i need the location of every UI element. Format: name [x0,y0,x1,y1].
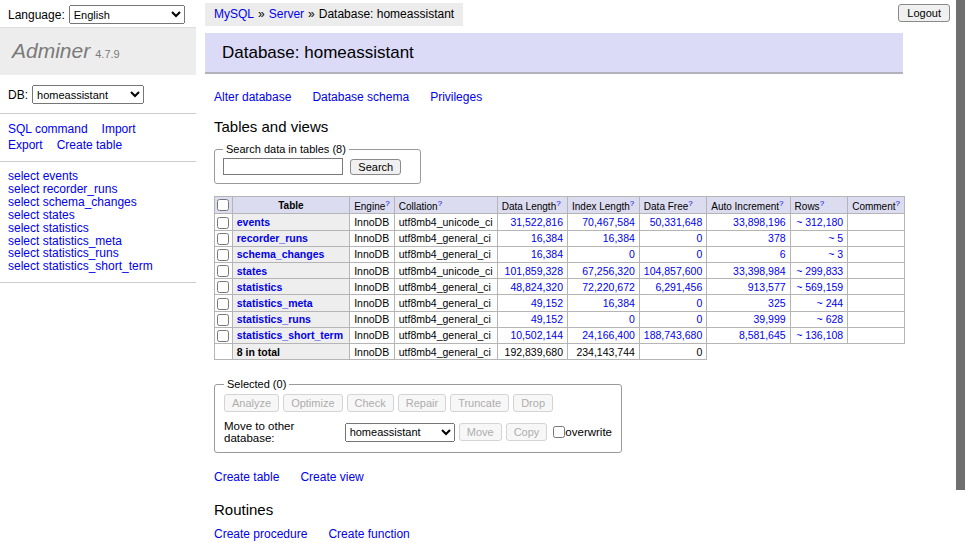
data-free-link[interactable]: 188,743,680 [644,329,702,341]
auto-increment-link[interactable]: 8,581,645 [739,329,786,341]
export-link[interactable]: Export [8,137,43,153]
index-length-link[interactable]: 72,220,672 [582,281,635,293]
rows-estimate-link[interactable]: ~ 244 [817,297,844,309]
column-help-link[interactable]: ? [779,199,783,208]
data-free-link[interactable]: 6,291,456 [656,281,703,293]
table-name-link[interactable]: statistics_runs [237,313,311,325]
privileges-link[interactable]: Privileges [430,90,482,104]
data-free-link[interactable]: 0 [696,313,702,325]
index-length-link[interactable]: 24,166,400 [582,329,635,341]
row-checkbox[interactable] [217,217,229,229]
sidebar-select-link[interactable]: select events [8,170,188,183]
move-button[interactable]: Move [459,423,502,441]
table-name-link[interactable]: recorder_runs [237,232,308,244]
sidebar-select-link[interactable]: select statistics [8,222,188,235]
create-table-link[interactable]: Create table [214,470,279,484]
drop-button[interactable]: Drop [513,394,553,412]
row-checkbox[interactable] [217,314,229,326]
row-checkbox[interactable] [217,281,229,293]
sidebar-select-link[interactable]: select statistics_short_term [8,260,188,273]
index-length-link[interactable]: 70,467,584 [582,216,635,228]
logout-button[interactable]: Logout [898,4,950,22]
data-length-link[interactable]: 101,859,328 [505,265,563,277]
breadcrumb-mysql-link[interactable]: MySQL [214,7,254,21]
auto-increment-link[interactable]: 6 [780,248,786,260]
row-checkbox[interactable] [217,330,229,342]
overwrite-checkbox[interactable] [553,426,565,438]
auto-increment-link[interactable]: 39,999 [753,313,785,325]
data-length-link[interactable]: 16,384 [531,232,563,244]
optimize-button[interactable]: Optimize [283,394,342,412]
column-help-link[interactable]: ? [438,199,442,208]
index-length-link[interactable]: 16,384 [603,232,635,244]
copy-button[interactable]: Copy [506,423,548,441]
table-name-link[interactable]: statistics_meta [237,297,313,309]
data-free-link[interactable]: 50,331,648 [650,216,703,228]
index-length-link[interactable]: 0 [629,313,635,325]
rows-estimate-link[interactable]: ~ 299,833 [796,265,843,277]
sidebar-select-link[interactable]: select schema_changes [8,196,188,209]
rows-estimate-link[interactable]: ~ 312,180 [796,216,843,228]
row-checkbox[interactable] [217,249,229,261]
auto-increment-link[interactable]: 33,398,984 [733,265,786,277]
rows-estimate-link[interactable]: ~ 5 [828,232,843,244]
column-help-link[interactable]: ? [896,199,900,208]
index-length-link[interactable]: 67,256,320 [582,265,635,277]
column-help-link[interactable]: ? [688,199,692,208]
column-help-link[interactable]: ? [385,199,389,208]
rows-estimate-link[interactable]: ~ 136,108 [796,329,843,341]
table-name-link[interactable]: events [237,216,270,228]
column-help-link[interactable]: ? [820,199,824,208]
truncate-button[interactable]: Truncate [450,394,509,412]
data-length-link[interactable]: 49,152 [531,313,563,325]
search-button[interactable]: Search [350,159,401,175]
row-checkbox[interactable] [217,265,229,277]
column-help-link[interactable]: ? [556,199,560,208]
create-view-link[interactable]: Create view [300,470,363,484]
table-name-link[interactable]: schema_changes [237,248,325,260]
db-select[interactable]: homeassistant [32,85,144,104]
search-input[interactable] [223,158,343,175]
data-length-link[interactable]: 48,824,320 [510,281,563,293]
select-all-checkbox[interactable] [217,199,229,211]
data-length-link[interactable]: 10,502,144 [510,329,563,341]
data-free-link[interactable]: 0 [696,248,702,260]
data-free-link[interactable]: 0 [696,297,702,309]
create-function-link[interactable]: Create function [328,527,409,541]
row-checkbox[interactable] [217,298,229,310]
create-table-link-sidebar[interactable]: Create table [57,137,122,153]
analyze-button[interactable]: Analyze [224,394,279,412]
vertical-scrollbar[interactable] [955,0,966,543]
sidebar-select-link[interactable]: select states [8,209,188,222]
data-length-link[interactable]: 31,522,816 [510,216,563,228]
row-checkbox[interactable] [217,233,229,245]
table-name-link[interactable]: statistics [237,281,283,293]
breadcrumb-server-link[interactable]: Server [269,7,304,21]
auto-increment-link[interactable]: 378 [768,232,786,244]
rows-estimate-link[interactable]: ~ 569,159 [796,281,843,293]
auto-increment-link[interactable]: 913,577 [748,281,786,293]
auto-increment-link[interactable]: 325 [768,297,786,309]
check-button[interactable]: Check [347,394,394,412]
move-database-select[interactable]: homeassistant [345,423,455,442]
rows-estimate-link[interactable]: ~ 3 [828,248,843,260]
sql-command-link[interactable]: SQL command [8,121,88,137]
scrollbar-thumb[interactable] [956,0,965,490]
alter-database-link[interactable]: Alter database [214,90,291,104]
table-name-link[interactable]: states [237,265,267,277]
data-length-link[interactable]: 16,384 [531,248,563,260]
auto-increment-link[interactable]: 33,898,196 [733,216,786,228]
data-free-link[interactable]: 0 [696,232,702,244]
column-help-link[interactable]: ? [630,199,634,208]
language-select[interactable]: English [69,5,185,24]
table-name-link[interactable]: statistics_short_term [237,329,343,341]
index-length-link[interactable]: 0 [629,248,635,260]
index-length-link[interactable]: 16,384 [603,297,635,309]
data-length-link[interactable]: 49,152 [531,297,563,309]
rows-estimate-link[interactable]: ~ 628 [817,313,844,325]
database-schema-link[interactable]: Database schema [312,90,409,104]
data-free-link[interactable]: 104,857,600 [644,265,702,277]
repair-button[interactable]: Repair [398,394,446,412]
sidebar-select-link[interactable]: select recorder_runs [8,183,188,196]
create-procedure-link[interactable]: Create procedure [214,527,307,541]
